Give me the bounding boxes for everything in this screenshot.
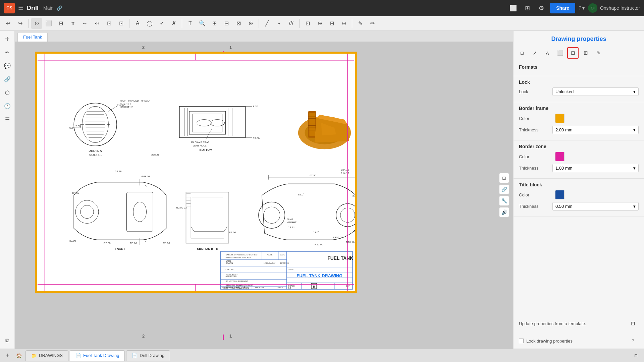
panel-tb-border[interactable]: ⬜ xyxy=(554,47,566,59)
update-template-link[interactable]: Update properties from a template... xyxy=(519,321,589,326)
format-icon: ⊡ xyxy=(571,50,575,56)
settings-btn[interactable]: ⚙ xyxy=(536,3,547,13)
home-btn[interactable]: 🏠 xyxy=(13,350,24,361)
tool-line[interactable]: ╱ xyxy=(262,18,272,29)
float-btn-4[interactable]: 🔊 xyxy=(499,207,509,217)
border-zone-thickness-dropdown[interactable]: 1.00 mm ▾ xyxy=(552,164,639,172)
zoom-fit-btn[interactable]: ⊡ xyxy=(631,350,641,361)
tool-snap[interactable]: ✎ xyxy=(355,18,366,29)
onshape-logo[interactable]: OS xyxy=(4,3,15,13)
tab-drill-drawing[interactable]: 📄 Drill Drawing xyxy=(126,350,170,361)
sidebar-cursor-icon[interactable]: ✛ xyxy=(2,34,13,44)
tool-transform[interactable]: ⇔ xyxy=(92,18,102,29)
border-frame-color-swatch[interactable] xyxy=(555,114,565,123)
tool-section[interactable]: ⊠ xyxy=(233,18,244,29)
tool-import[interactable]: ⊕ xyxy=(314,18,325,29)
add-tab-btn[interactable]: + xyxy=(3,351,12,360)
user-name: Onshape Instructor xyxy=(600,5,640,11)
sidebar-comment-icon[interactable]: 💬 xyxy=(2,60,13,71)
panel-tb-text[interactable]: A xyxy=(542,47,553,59)
tool-dim-text[interactable]: T xyxy=(185,18,196,29)
lock-props-help-btn[interactable]: ? xyxy=(627,335,639,347)
panel-tb-arrow[interactable]: ↗ xyxy=(529,47,540,59)
tool-grid[interactable]: ⊞ xyxy=(55,18,66,29)
tool-text[interactable]: A xyxy=(132,18,143,29)
tool-hatch[interactable]: /// xyxy=(286,18,297,29)
redo-btn[interactable]: ↪ xyxy=(15,18,25,29)
tool-box[interactable]: ⊡ xyxy=(116,18,126,29)
tool-check[interactable]: ⊛ xyxy=(338,18,349,29)
tab-drawings[interactable]: 📁 DRAWINGS xyxy=(25,350,68,361)
lock-props-checkbox[interactable] xyxy=(519,339,524,343)
tool-template[interactable]: ⊞ xyxy=(326,18,337,29)
svg-text:154.19: 154.19 xyxy=(341,168,349,171)
tool-magnify[interactable]: 🔍 xyxy=(197,18,208,29)
border-zone-title: Border zone xyxy=(519,144,639,149)
svg-text:RIGHT HANDED THREAD: RIGHT HANDED THREAD xyxy=(120,99,150,102)
link-icon[interactable]: 🔗 xyxy=(57,5,62,11)
undo-btn[interactable]: ↩ xyxy=(3,18,13,29)
svg-text:1:2: 1:2 xyxy=(288,287,291,289)
sidebar-link-icon[interactable]: 🔗 xyxy=(2,74,13,84)
drawing-svg: DETAIL A SCALE 1:1 R1.00 2.00 3.00 xyxy=(37,54,355,291)
grid-btn[interactable]: ⊞ xyxy=(522,3,533,13)
title-block-color-swatch[interactable] xyxy=(555,190,565,199)
tool-surface[interactable]: ✗ xyxy=(168,18,179,29)
tab-fuel-tank[interactable]: Fuel Tank xyxy=(17,32,48,42)
panel-tb-dims[interactable]: ⊡ xyxy=(516,47,528,59)
sidebar-copy-icon[interactable]: ⧉ xyxy=(2,335,13,346)
border-zone-thickness-row: Thickness 1.00 mm ▾ xyxy=(519,164,639,172)
tab-fuel-tank-drawing[interactable]: 📄 Fuel Tank Drawing xyxy=(70,350,125,361)
sidebar-history-icon[interactable]: 🕐 xyxy=(2,101,13,111)
float-btn-3[interactable]: 🔧 xyxy=(499,196,509,206)
sidebar-list-icon[interactable]: ☰ xyxy=(2,114,13,125)
tool-detail[interactable]: ⊟ xyxy=(221,18,232,29)
svg-text:67.56: 67.56 xyxy=(310,174,316,177)
panel-title: Drawing properties xyxy=(514,31,644,45)
svg-text:13.00: 13.00 xyxy=(253,137,260,140)
tool-trim[interactable]: ⊡ xyxy=(104,18,114,29)
svg-text:FINISH: FINISH xyxy=(277,287,283,289)
tool-checkmark[interactable]: ✓ xyxy=(156,18,167,29)
tool-balloon[interactable]: ◯ xyxy=(144,18,155,29)
tool-snap2[interactable]: ✏ xyxy=(367,18,378,29)
float-btn-2[interactable]: 🔗 xyxy=(499,184,509,194)
sidebar-pen-icon[interactable]: ✒ xyxy=(2,47,13,58)
search-docs-btn[interactable]: ⬜ xyxy=(508,3,519,13)
branch-name: Main xyxy=(43,5,53,11)
svg-text:B: B xyxy=(313,285,315,288)
border-frame-color-row: Color xyxy=(519,114,639,123)
panel-tb-snap[interactable]: ✎ xyxy=(593,47,604,59)
tool-table[interactable]: ⬜ xyxy=(43,18,54,29)
border-frame-thickness-dropdown[interactable]: 2.00 mm ▾ xyxy=(552,126,639,134)
border-zone-color-swatch[interactable] xyxy=(555,152,565,161)
title-block-color-label: Color xyxy=(519,192,552,197)
tool-view[interactable]: ⊛ xyxy=(245,18,256,29)
tool-move[interactable]: ↔ xyxy=(79,18,90,29)
help-button[interactable]: ? ▾ xyxy=(579,5,585,11)
update-template-btn[interactable]: ⊡ xyxy=(627,318,639,329)
bottom-bar: + 🏠 📁 DRAWINGS 📄 Fuel Tank Drawing 📄 Dri… xyxy=(0,349,644,362)
border-frame-thickness-row: Thickness 2.00 mm ▾ xyxy=(519,126,639,134)
title-block-thickness-dropdown[interactable]: 0.50 mm ▾ xyxy=(552,202,639,210)
canvas[interactable]: 2 1 2 1 B A xyxy=(15,42,513,349)
tool-line2[interactable]: ▾ xyxy=(274,18,284,29)
svg-text:8.35: 8.35 xyxy=(253,105,258,108)
menu-icon[interactable]: ☰ xyxy=(18,4,23,12)
panel-tb-format[interactable]: ⊡ xyxy=(567,47,579,59)
svg-text:SCALE 1:1: SCALE 1:1 xyxy=(89,154,102,157)
tool-matrix[interactable]: ⊞ xyxy=(209,18,220,29)
tool-curve[interactable]: ⌗ xyxy=(67,18,78,29)
share-button[interactable]: Share xyxy=(550,3,575,13)
lock-dropdown[interactable]: Unlocked ▾ xyxy=(552,87,639,96)
svg-text:R2.00 2X: R2.00 2X xyxy=(176,206,187,209)
svg-text:----: ---- xyxy=(321,285,324,287)
tool-export[interactable]: ⊡ xyxy=(302,18,313,29)
svg-text:R10.16: R10.16 xyxy=(346,241,355,244)
float-btn-1[interactable]: ⊡ xyxy=(499,173,509,183)
sidebar-3d-icon[interactable]: ⬡ xyxy=(2,87,13,98)
tool-select[interactable]: ⊙ xyxy=(31,18,42,29)
panel-tb-grid[interactable]: ⊞ xyxy=(580,47,591,59)
svg-text:R2.00: R2.00 xyxy=(104,242,111,245)
snap-icon: ✎ xyxy=(596,50,601,56)
